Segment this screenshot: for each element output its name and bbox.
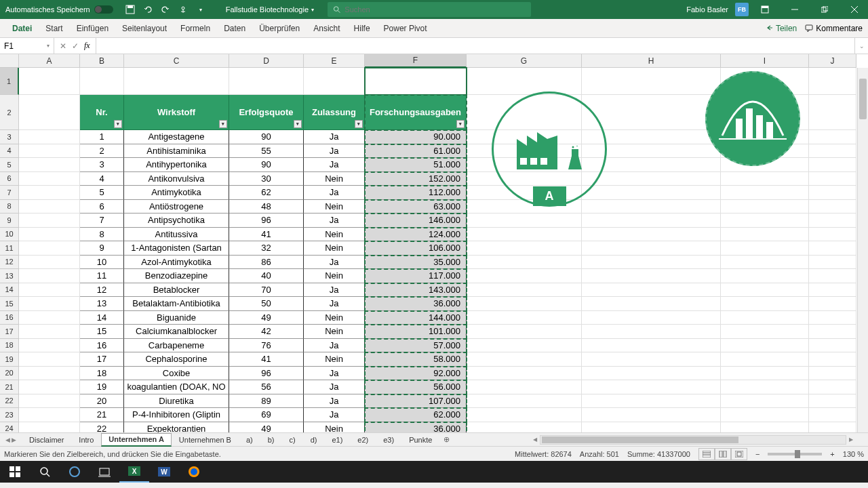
table-cell-forschung[interactable]: 92.000 [365,367,467,381]
cell-J7[interactable] [809,186,856,200]
cell-A10[interactable] [19,228,80,242]
name-box[interactable]: F1 ▾ [0,38,54,54]
table-cell-nr[interactable]: 18 [80,367,124,381]
table-cell-nr[interactable]: 4 [80,172,124,186]
share-button[interactable]: Teilen [765,24,797,33]
cell-G20[interactable] [467,367,582,381]
sheet-tab-unternehmenb[interactable]: Unternehmen B [172,433,239,447]
cell-G9[interactable] [467,214,582,228]
table-cell-forschung[interactable]: 56.000 [365,380,467,394]
table-cell-zulassung[interactable]: Ja [304,297,365,311]
cell-G10[interactable] [467,228,582,242]
ribbon-tab-daten[interactable]: Daten [217,19,252,38]
cell-A12[interactable] [19,256,80,270]
cell-J19[interactable] [809,352,856,367]
filter-dropdown-icon[interactable] [456,120,465,128]
row-header-19[interactable]: 19 [0,352,19,367]
row-header-4[interactable]: 4 [0,144,19,159]
cell-I21[interactable] [721,380,809,394]
touch-mode-icon[interactable] [178,5,188,14]
cell-E1[interactable] [304,68,365,95]
cell-A6[interactable] [19,172,80,186]
user-avatar[interactable]: FB [735,3,749,16]
cell-H13[interactable] [582,269,721,283]
row-header-12[interactable]: 12 [0,256,19,270]
cell-H18[interactable] [582,339,721,353]
table-cell-forschung[interactable]: 107.000 [365,394,467,409]
table-cell-nr[interactable]: 21 [80,408,124,422]
sheet-tab-c[interactable]: c) [281,433,302,447]
table-cell-wirkstoff[interactable]: Antihistaminika [124,144,229,159]
vertical-scrollbar[interactable] [857,68,868,432]
cell-J4[interactable] [809,144,856,159]
cell-G14[interactable] [467,283,582,298]
scroll-left-icon[interactable]: ◀ [530,436,540,443]
filter-dropdown-icon[interactable] [355,120,363,128]
sheet-tab-e3[interactable]: e3) [376,433,401,447]
cell-C1[interactable] [124,68,229,95]
cell-H20[interactable] [582,367,721,381]
cell-G11[interactable] [467,241,582,256]
table-header-erfolgsquote[interactable]: Erfolgsquote [229,95,304,130]
table-cell-erfolgsquote[interactable]: 90 [229,130,304,144]
cell-A2[interactable] [19,95,80,130]
cell-H19[interactable] [582,352,721,367]
table-header-forschung[interactable]: Forschungsausgaben [365,95,467,130]
search-taskbar-icon[interactable] [30,461,60,483]
table-header-nr[interactable]: Nr. [80,95,124,130]
cell-A9[interactable] [19,214,80,228]
view-page-break-icon[interactable] [731,448,747,460]
row-header-22[interactable]: 22 [0,394,19,409]
cell-G16[interactable] [467,311,582,325]
table-cell-wirkstoff[interactable]: Calciumkanalblocker [124,325,229,339]
cell-A17[interactable] [19,325,80,339]
sheet-tab-intro[interactable]: Intro [71,433,101,447]
row-header-5[interactable]: 5 [0,158,19,172]
zoom-out-icon[interactable]: − [755,450,760,458]
table-cell-forschung[interactable]: 57.000 [365,339,467,353]
cell-B1[interactable] [80,68,124,95]
table-cell-forschung[interactable]: 63.000 [365,200,467,214]
col-header-G[interactable]: G [467,54,582,68]
cell-H12[interactable] [582,256,721,270]
col-header-E[interactable]: E [304,54,365,68]
cell-J18[interactable] [809,339,856,353]
table-cell-wirkstoff[interactable]: Antikonvulsiva [124,172,229,186]
col-header-B[interactable]: B [80,54,124,68]
table-cell-nr[interactable]: 13 [80,297,124,311]
cell-J8[interactable] [809,200,856,214]
close-button[interactable] [841,0,868,19]
maximize-button[interactable] [811,0,838,19]
cell-F1[interactable] [365,68,467,95]
cell-H8[interactable] [582,200,721,214]
table-cell-forschung[interactable]: 62.000 [365,408,467,422]
cell-I18[interactable] [721,339,809,353]
qat-dropdown-icon[interactable]: ▾ [196,5,205,14]
cell-I15[interactable] [721,297,809,311]
table-cell-zulassung[interactable]: Nein [304,352,365,367]
table-cell-forschung[interactable]: 61.000 [365,144,467,159]
table-cell-erfolgsquote[interactable]: 42 [229,325,304,339]
table-cell-erfolgsquote[interactable]: 49 [229,311,304,325]
cell-J11[interactable] [809,241,856,256]
table-cell-wirkstoff[interactable]: Biguanide [124,311,229,325]
table-cell-zulassung[interactable]: Nein [304,325,365,339]
cell-J16[interactable] [809,311,856,325]
view-page-layout-icon[interactable] [715,448,731,460]
table-cell-erfolgsquote[interactable]: 41 [229,352,304,367]
cell-H10[interactable] [582,228,721,242]
table-cell-zulassung[interactable]: Ja [304,214,365,228]
zoom-in-icon[interactable]: + [830,450,834,458]
cell-A18[interactable] [19,339,80,353]
sheet-tab-d[interactable]: d) [303,433,325,447]
table-cell-forschung[interactable]: 152.000 [365,172,467,186]
fx-icon[interactable]: fx [84,41,90,51]
cell-A23[interactable] [19,408,80,422]
row-header-14[interactable]: 14 [0,283,19,298]
table-cell-nr[interactable]: 20 [80,394,124,409]
table-cell-nr[interactable]: 16 [80,339,124,353]
table-cell-forschung[interactable]: 144.000 [365,311,467,325]
filter-dropdown-icon[interactable] [114,120,122,128]
task-view-icon[interactable] [90,461,119,483]
search-box[interactable] [328,2,531,17]
